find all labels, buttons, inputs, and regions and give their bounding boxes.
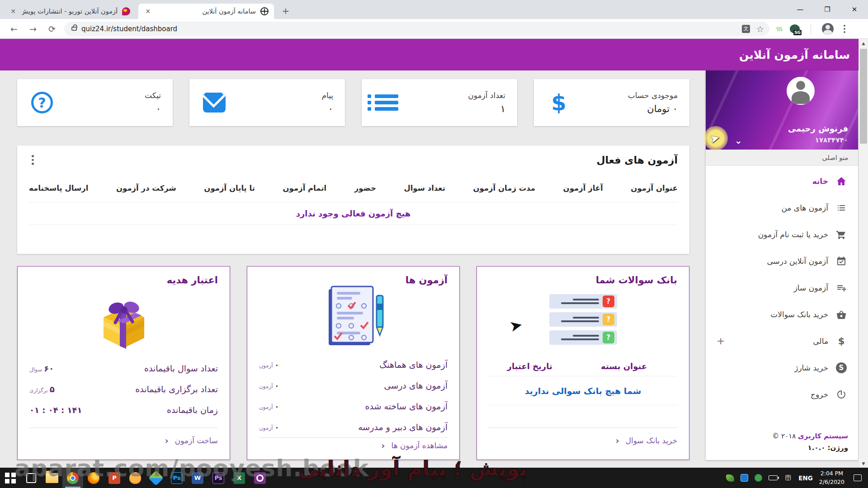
- taskbar-scratch-icon[interactable]: [125, 468, 146, 488]
- taskbar-start-icon[interactable]: [0, 468, 21, 488]
- stat-label: موجودی حساب: [628, 91, 678, 100]
- taskbar-photoshop-icon[interactable]: Ps: [166, 468, 187, 488]
- system-tray: 🛜︎ ENG 2:04 PM 2/6/2020: [726, 469, 868, 486]
- avatar[interactable]: [787, 77, 815, 105]
- active-exams-card: آزمون های فعال عنوان آزمونآغاز آزمونمدت …: [17, 145, 689, 254]
- browser-menu-icon[interactable]: [844, 25, 845, 33]
- stat-value: ۰ تومان: [628, 103, 678, 114]
- tray-idm-icon[interactable]: [755, 474, 762, 482]
- sidebar-item-1[interactable]: آزمون های من: [706, 194, 858, 221]
- qb-illustration-row: ?: [549, 294, 617, 309]
- translate-icon[interactable]: 文: [742, 25, 750, 33]
- scroll-up-icon[interactable]: ▲: [859, 39, 868, 47]
- scrollbar-thumb[interactable]: [860, 49, 867, 144]
- sidebar-item-6[interactable]: $مالی+: [706, 328, 858, 354]
- chevron-down-icon[interactable]: ⌄: [735, 135, 742, 146]
- app-title: سامانه آزمون آنلاین: [739, 48, 850, 61]
- expand-plus-icon[interactable]: +: [717, 335, 725, 347]
- taskbar-chrome-icon[interactable]: [62, 468, 83, 488]
- back-button[interactable]: ←: [6, 21, 22, 37]
- taskbar-firefox-icon[interactable]: [83, 468, 104, 488]
- bookmark-star-icon[interactable]: ☆: [756, 24, 764, 34]
- vpn-extension-icon[interactable]: ᯾: [776, 24, 783, 33]
- page-scrollbar[interactable]: ▲ ▼: [859, 39, 868, 468]
- taskbar-powerpoint-icon[interactable]: P: [104, 468, 125, 488]
- close-button[interactable]: ✕: [841, 0, 868, 19]
- reload-button[interactable]: ⟳: [44, 21, 60, 37]
- taskbar-apps: PPsWPsX: [0, 468, 270, 488]
- tab-pooyesh[interactable]: آزمون آنلاین توربو - انتشارات پویش ✕: [4, 4, 136, 19]
- question-bank-title: بانک سوالات شما: [489, 275, 677, 286]
- windows-taskbar: PPsWPsX 🛜︎ ENG 2:04 PM 2/6/2020: [0, 468, 868, 488]
- sidebar-item-2[interactable]: خرید یا ثبت نام آزمون: [706, 221, 858, 248]
- taskbar-excel-icon[interactable]: X: [229, 468, 250, 488]
- forward-button[interactable]: →: [25, 21, 41, 37]
- question-badge-icon: ?: [603, 332, 614, 343]
- sidebar-item-label: خرید شارژ: [794, 363, 828, 372]
- sidebar-item-0[interactable]: خانه: [706, 168, 858, 194]
- url-text[interactable]: quiz24.ir/student/dashboard: [81, 25, 742, 33]
- battery-icon[interactable]: [769, 475, 778, 480]
- clock-date: 2/6/2020: [819, 478, 844, 486]
- taskbar-clock[interactable]: 2:04 PM 2/6/2020: [819, 469, 844, 486]
- row-label: آزمون های دبیر و مدرسه: [358, 422, 448, 432]
- sidebar-item-4[interactable]: آزمون ساز: [706, 274, 858, 301]
- exams-column-1: آغاز آزمون: [563, 184, 603, 192]
- kebab-menu-icon[interactable]: [29, 152, 37, 168]
- row-value: ۰آزمون: [259, 423, 279, 432]
- list-icon: [373, 94, 400, 111]
- browser-profile-icon[interactable]: [822, 23, 834, 35]
- question-bank-empty-message: شما هیچ بانک سوالی ندارید: [489, 376, 677, 405]
- sidebar-item-label: آزمون های من: [781, 203, 828, 212]
- sidebar-item-7[interactable]: Sخرید شارژ: [706, 354, 858, 381]
- taskbar-photoshop-2-icon[interactable]: Ps: [208, 468, 229, 488]
- new-tab-button[interactable]: +: [279, 5, 292, 17]
- stat-value: ۰: [145, 103, 161, 114]
- tab-close-icon[interactable]: ✕: [9, 7, 17, 15]
- exams-column-0: عنوان آزمون: [631, 184, 678, 192]
- tab-close-icon[interactable]: ✕: [144, 7, 152, 15]
- sidebar-item-5[interactable]: خرید بانک سوالات: [706, 301, 858, 328]
- active-exams-empty-message: هیچ آزمون فعالی وجود ندارد: [29, 202, 678, 225]
- mail-icon: [201, 93, 227, 113]
- address-bar[interactable]: quiz24.ir/student/dashboard 文 ☆: [64, 22, 769, 36]
- dashboard-content: موجودی حساب۰ تومان$تعداد آزمون۱پیام۰تیکت…: [17, 79, 689, 460]
- maximize-button[interactable]: ❐: [814, 0, 841, 19]
- chevron-left-icon: ‹: [381, 440, 385, 451]
- footer-link-label: مشاهده آزمون ها: [391, 441, 448, 450]
- notification-center-icon[interactable]: [854, 474, 862, 481]
- taskbar-bluestacks-icon[interactable]: [146, 468, 166, 488]
- tab-exam-system[interactable]: سامانه آزمون آنلاین ✕: [138, 4, 274, 19]
- sidebar: فرنوش رحیمی ۱۷۸۳۴۷۴۰ ⌄ منو اصلی خانهآزمو…: [706, 70, 858, 460]
- stat-value: ۰: [321, 103, 333, 114]
- create-exam-link[interactable]: ساخت آزمون ‹: [29, 428, 218, 453]
- sidebar-item-8[interactable]: خروج: [706, 381, 858, 408]
- taskbar-aparat-icon[interactable]: [250, 468, 270, 488]
- tray-app-icon[interactable]: [741, 474, 748, 482]
- minimize-button[interactable]: —: [787, 0, 814, 19]
- sg-extension-icon[interactable]: [790, 24, 800, 33]
- tray-bluestacks-icon[interactable]: [726, 474, 734, 482]
- cart-icon: [835, 229, 847, 240]
- qb-illustration-row: ?: [549, 330, 617, 345]
- wifi-icon[interactable]: 🛜︎: [784, 474, 792, 482]
- stat-card-1: تعداد آزمون۱: [362, 79, 517, 126]
- question-badge-icon: ?: [603, 314, 614, 325]
- question-badge-icon: ?: [603, 296, 614, 307]
- chevron-left-icon: ‹: [165, 435, 168, 446]
- exam-type-row-0: آزمون های هماهنگ۰آزمون: [259, 354, 448, 375]
- taskbar-file-explorer-icon[interactable]: [42, 468, 62, 488]
- taskbar-task-view-icon[interactable]: [21, 468, 42, 488]
- power-icon: [835, 389, 847, 400]
- buy-question-bank-link[interactable]: خرید بانک سوال ‹: [489, 428, 677, 453]
- language-indicator[interactable]: ENG: [798, 474, 813, 482]
- main-area: فرنوش رحیمی ۱۷۸۳۴۷۴۰ ⌄ منو اصلی خانهآزمو…: [0, 70, 868, 468]
- sidebar-item-3[interactable]: آزمون آنلاین درسی: [706, 248, 858, 274]
- taskbar-word-icon[interactable]: W: [187, 468, 208, 488]
- sidebar-item-label: آزمون آنلاین درسی: [767, 257, 828, 266]
- profile-id: ۱۷۸۳۴۷۴۰: [815, 136, 848, 144]
- view-exams-link[interactable]: مشاهده آزمون ها ‹: [259, 438, 448, 453]
- cards-row: بانک سوالات شما ???➤ عنوان بسته تاریخ اع…: [17, 266, 689, 460]
- menu-section-label: منو اصلی: [706, 150, 858, 166]
- scroll-down-icon[interactable]: ▼: [859, 459, 868, 468]
